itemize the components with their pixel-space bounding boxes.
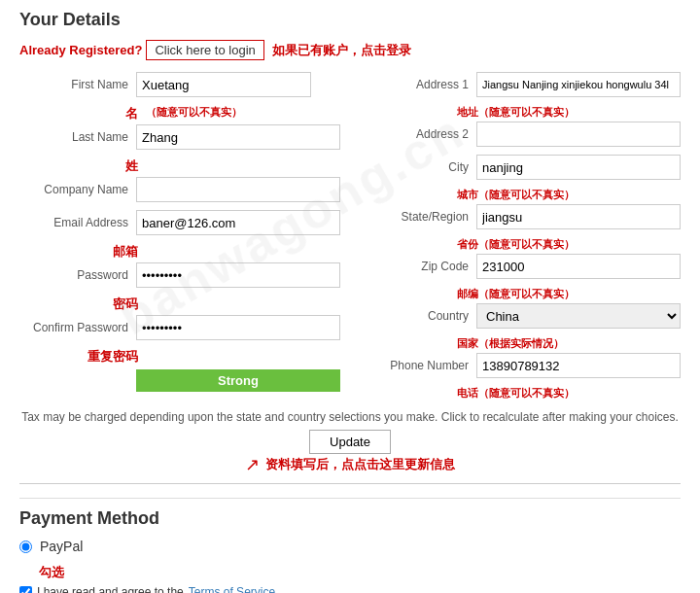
first-name-row: First Name bbox=[19, 72, 340, 97]
first-name-input[interactable] bbox=[136, 72, 311, 97]
address1-cn: 地址（随意可以不真实） bbox=[457, 105, 575, 120]
address1-input[interactable] bbox=[476, 72, 681, 97]
state-row: State/Region bbox=[360, 204, 681, 229]
country-row: Country China United States United Kingd… bbox=[360, 303, 681, 329]
form-section: First Name 名 （随意可以不真实） Last Name 姓 bbox=[19, 72, 681, 402]
already-registered-row: Already Registered? Click here to login … bbox=[19, 40, 681, 60]
first-name-label: First Name bbox=[19, 78, 136, 91]
paypal-radio[interactable] bbox=[19, 541, 32, 553]
update-section: Update ↗ 资料填写后，点点击这里更新信息 bbox=[19, 430, 681, 473]
login-cn-note: 如果已有账户，点击登录 bbox=[272, 42, 411, 59]
company-name-input[interactable] bbox=[136, 177, 340, 202]
company-name-row: Company Name bbox=[19, 177, 340, 202]
city-label: City bbox=[360, 160, 476, 174]
zip-row: Zip Code bbox=[360, 254, 681, 279]
already-registered-label: Already Registered? bbox=[19, 43, 142, 57]
last-name-label: Last Name bbox=[19, 130, 136, 144]
update-arrow: ↗ bbox=[245, 456, 260, 473]
password-row: Password bbox=[19, 262, 340, 288]
address1-label: Address 1 bbox=[360, 78, 476, 91]
zip-input[interactable] bbox=[476, 254, 681, 279]
country-select[interactable]: China United States United Kingdom bbox=[476, 303, 681, 329]
country-label: Country bbox=[360, 309, 476, 323]
phone-cn: 电话（随意可以不真实） bbox=[457, 386, 575, 401]
password-cn: 密码 bbox=[113, 296, 138, 311]
tax-notice: Tax may be charged depending upon the st… bbox=[19, 410, 681, 424]
first-name-cn: 名 bbox=[125, 106, 138, 121]
city-cn: 城市（随意可以不真实） bbox=[457, 188, 575, 202]
confirm-password-row: Confirm Password bbox=[19, 315, 340, 340]
terms-prefix: I have read and agree to the bbox=[37, 585, 184, 593]
state-label: State/Region bbox=[360, 210, 476, 224]
email-input[interactable] bbox=[136, 210, 340, 235]
strength-bar: Strong bbox=[136, 369, 340, 392]
divider bbox=[19, 483, 681, 484]
password-input[interactable] bbox=[136, 262, 340, 288]
page-title: Your Details bbox=[19, 10, 681, 30]
confirm-password-label: Confirm Password bbox=[19, 321, 136, 334]
terms-link[interactable]: Terms of Service bbox=[189, 585, 275, 593]
phone-input[interactable] bbox=[476, 353, 681, 378]
login-button[interactable]: Click here to login bbox=[146, 40, 263, 60]
form-right: Address 1 地址（随意可以不真实） Address 2 City 城市（… bbox=[360, 72, 681, 402]
zip-cn: 邮编（随意可以不真实） bbox=[457, 287, 575, 301]
state-cn: 省份（随意可以不真实） bbox=[457, 237, 575, 252]
phone-row: Phone Number bbox=[360, 353, 681, 378]
payment-section: Payment Method PayPal 勾选 I have read and… bbox=[19, 498, 681, 593]
update-cn: 资料填写后，点点击这里更新信息 bbox=[265, 456, 455, 473]
email-label: Email Address bbox=[19, 216, 136, 229]
address2-row: Address 2 bbox=[360, 122, 681, 147]
country-cn: 国家（根据实际情况） bbox=[457, 336, 564, 351]
city-input[interactable] bbox=[476, 155, 681, 180]
state-input[interactable] bbox=[476, 204, 681, 229]
confirm-password-cn: 重复密码 bbox=[88, 349, 138, 364]
terms-checkbox[interactable] bbox=[19, 586, 32, 594]
password-label: Password bbox=[19, 268, 136, 282]
strength-label: Strong bbox=[136, 369, 340, 392]
zip-label: Zip Code bbox=[360, 260, 476, 273]
first-name-note: （随意可以不真实） bbox=[146, 105, 242, 122]
form-left: First Name 名 （随意可以不真实） Last Name 姓 bbox=[19, 72, 340, 402]
last-name-row: Last Name bbox=[19, 124, 340, 150]
company-name-label: Company Name bbox=[19, 183, 136, 196]
address1-row: Address 1 bbox=[360, 72, 681, 97]
last-name-input[interactable] bbox=[136, 124, 340, 150]
phone-label: Phone Number bbox=[360, 359, 476, 372]
paypal-label: PayPal bbox=[40, 539, 83, 554]
city-row: City bbox=[360, 155, 681, 180]
paypal-row: PayPal bbox=[19, 539, 681, 554]
address2-input[interactable] bbox=[476, 122, 681, 147]
terms-row: I have read and agree to the Terms of Se… bbox=[19, 585, 681, 593]
email-cn: 邮箱 bbox=[113, 244, 138, 259]
email-row: Email Address bbox=[19, 210, 340, 235]
update-button[interactable]: Update bbox=[309, 430, 391, 454]
payment-title: Payment Method bbox=[19, 508, 681, 529]
last-name-cn: 姓 bbox=[125, 158, 138, 173]
check-cn: 勾选 bbox=[39, 564, 64, 581]
confirm-password-input[interactable] bbox=[136, 315, 340, 340]
address2-label: Address 2 bbox=[360, 127, 476, 141]
